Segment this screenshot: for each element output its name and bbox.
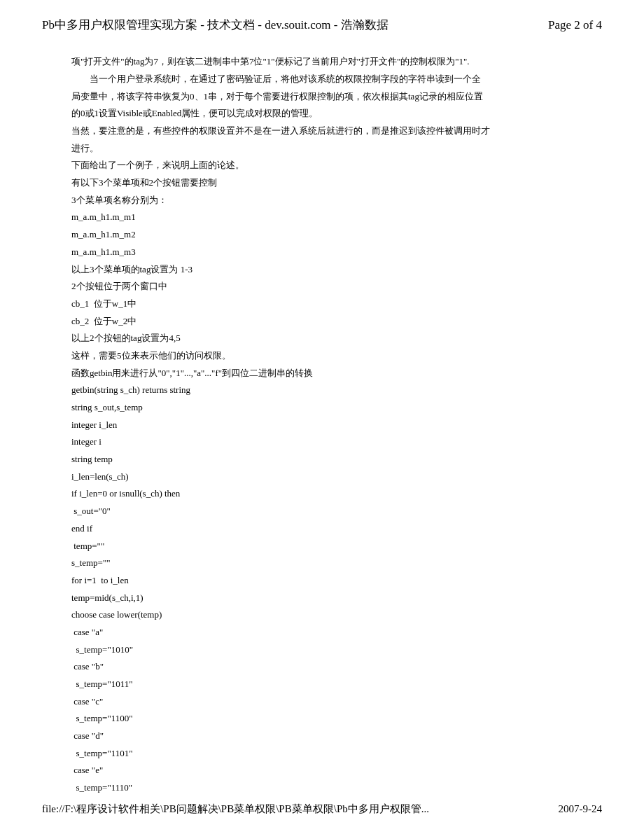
body-line: string temp [71, 451, 595, 468]
body-line: 函数getbin用来进行从"0","1"...,"a"..."f"到四位二进制串… [71, 365, 595, 382]
body-line: case "b" [71, 658, 595, 676]
body-line: case "e" [71, 762, 595, 779]
document-title: Pb中多用户权限管理实现方案 - 技术文档 - dev.souit.com - … [42, 14, 388, 36]
body-line: integer i_len [71, 417, 595, 434]
file-path: file://F:\程序设计软件相关\PB问题解决\PB菜单权限\PB菜单权限\… [42, 799, 429, 819]
body-line: 2个按钮位于两个窗口中 [71, 278, 595, 296]
body-line: case "d" [71, 728, 595, 745]
page-footer: file://F:\程序设计软件相关\PB问题解决\PB菜单权限\PB菜单权限\… [42, 799, 602, 819]
body-line: s_temp="" [71, 555, 595, 572]
body-line: 以上3个菜单项的tag设置为 1-3 [71, 261, 595, 279]
body-line: s_out="0" [71, 503, 595, 520]
body-line: string s_out,s_temp [71, 399, 595, 417]
print-date: 2007-9-24 [559, 799, 603, 819]
body-line: for i=1 to i_len [71, 572, 595, 590]
body-line: if i_len=0 or isnull(s_ch) then [71, 485, 595, 503]
page-number: Page 2 of 4 [548, 14, 602, 36]
body-line: 有以下3个菜单项和2个按钮需要控制 [71, 174, 595, 192]
body-line: s_temp="1011" [71, 676, 595, 693]
body-line: choose case lower(temp) [71, 606, 595, 624]
body-line: 进行。 [71, 140, 595, 158]
body-line: 当一个用户登录系统时，在通过了密码验证后，将他对该系统的权限控制字段的字符串读到… [71, 71, 595, 88]
page-header: Pb中多用户权限管理实现方案 - 技术文档 - dev.souit.com - … [42, 14, 602, 36]
body-line: s_temp="1010" [71, 641, 595, 659]
body-line: m_a.m_h1.m_m3 [71, 244, 595, 261]
body-line: cb_2 位于w_2中 [71, 313, 595, 331]
body-line: case "c" [71, 693, 595, 711]
body-line: s_temp="1101" [71, 745, 595, 763]
body-line: 当然，要注意的是，有些控件的权限设置并不是在一进入系统后就进行的，而是推迟到该控… [71, 123, 595, 140]
body-line: getbin(string s_ch) returns string [71, 382, 595, 399]
body-line: 这样，需要5位来表示他们的访问权限。 [71, 347, 595, 365]
body-line: 的0或1设置Visible或Enabled属性，便可以完成对权限的管理。 [71, 105, 595, 123]
body-line: m_a.m_h1.m_m2 [71, 226, 595, 244]
document-page: Pb中多用户权限管理实现方案 - 技术文档 - dev.souit.com - … [0, 0, 644, 834]
body-line: 3个菜单项名称分别为： [71, 192, 595, 209]
body-line: case "a" [71, 624, 595, 641]
body-line: temp="" [71, 538, 595, 555]
document-body: 项"打开文件"的tag为7，则在该二进制串中第7位"1"便标记了当前用户对"打开… [42, 53, 602, 797]
body-line: i_len=len(s_ch) [71, 468, 595, 486]
body-line: 以上2个按钮的tag设置为4,5 [71, 330, 595, 347]
body-line: integer i [71, 433, 595, 451]
body-line: temp=mid(s_ch,i,1) [71, 590, 595, 607]
body-line: s_temp="1100" [71, 710, 595, 728]
body-line: end if [71, 520, 595, 538]
body-line: 下面给出了一个例子，来说明上面的论述。 [71, 157, 595, 174]
body-line: cb_1 位于w_1中 [71, 296, 595, 313]
body-line: 局变量中，将该字符串恢复为0、1串，对于每个需要进行权限控制的项，依次根据其ta… [71, 88, 595, 106]
body-line: 项"打开文件"的tag为7，则在该二进制串中第7位"1"便标记了当前用户对"打开… [71, 53, 595, 71]
body-line: s_temp="1110" [71, 779, 595, 797]
body-line: m_a.m_h1.m_m1 [71, 209, 595, 226]
